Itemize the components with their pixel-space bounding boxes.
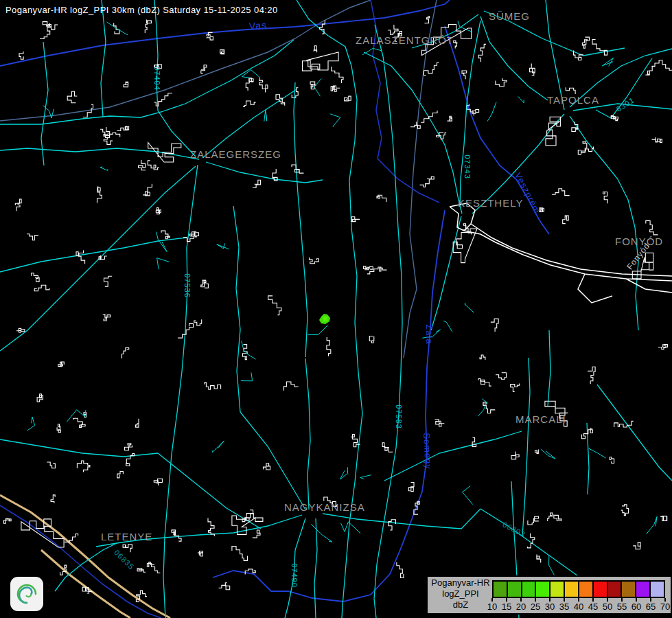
scale-tick-value: 60 xyxy=(632,602,641,612)
settlement-outline xyxy=(16,328,25,332)
settlement-outline xyxy=(284,382,299,391)
settlement-outline xyxy=(478,44,486,61)
settlement-outline xyxy=(324,497,336,506)
road-spur-line xyxy=(100,167,108,170)
settlement-outline xyxy=(652,60,672,71)
road-spur-line xyxy=(212,441,224,452)
settlement-outline xyxy=(154,65,161,69)
road-spur-line xyxy=(314,79,321,97)
settlement-outline xyxy=(117,472,124,478)
settlement-outline xyxy=(528,516,539,525)
settlement-outline xyxy=(122,348,129,359)
settlement-outline xyxy=(243,101,256,107)
settlement-outline xyxy=(139,160,146,170)
road-spur-line xyxy=(465,304,474,313)
county-border-line xyxy=(445,26,549,234)
dbz-scale-cell xyxy=(579,582,594,597)
road-spur-line xyxy=(340,467,348,479)
settlement-outline xyxy=(123,545,132,553)
settlement-outline xyxy=(99,255,107,260)
settlement-outline xyxy=(421,111,437,122)
settlement-outline xyxy=(76,251,85,264)
road-line xyxy=(548,330,551,406)
settlement-outline xyxy=(4,518,12,523)
settlement-outline xyxy=(314,46,316,52)
scale-tick-value: 65 xyxy=(646,602,656,612)
road-spur-line xyxy=(458,21,471,32)
settlement-outline xyxy=(104,133,120,137)
road-line xyxy=(240,412,305,510)
settlement-outline xyxy=(253,530,260,538)
settlement-outline xyxy=(462,71,467,79)
road-line xyxy=(596,58,652,118)
settlement-outline xyxy=(408,482,414,491)
settlement-outline xyxy=(201,280,209,288)
road-spur-line xyxy=(27,417,35,431)
road-line xyxy=(294,82,308,357)
road-line xyxy=(305,358,310,510)
settlement-outline xyxy=(472,110,479,114)
settlement-outline xyxy=(310,258,319,264)
settlement-outline xyxy=(566,87,575,94)
road-spur-line xyxy=(541,449,555,459)
settlement-outline xyxy=(491,319,498,332)
settlement-outline xyxy=(633,542,640,549)
road-spur-line xyxy=(422,330,440,338)
road-line xyxy=(285,518,305,618)
road-line xyxy=(314,518,317,618)
road-spur-line xyxy=(463,486,473,505)
settlement-outline xyxy=(331,86,340,91)
road-line xyxy=(472,114,564,214)
dbz-scale-cell xyxy=(565,582,579,597)
settlement-outline xyxy=(563,216,569,224)
road-spur-line xyxy=(647,516,657,534)
provider-logo xyxy=(10,577,43,611)
settlement-outline xyxy=(435,420,445,426)
road-spur-line xyxy=(157,258,170,270)
road-line xyxy=(412,14,478,48)
settlement-outline xyxy=(377,195,386,202)
settlement-outline xyxy=(545,401,568,426)
settlement-outline xyxy=(97,186,102,203)
legend-radar-name: Poganyvar-HR xyxy=(428,577,494,588)
scale-tick-value: 25 xyxy=(531,602,540,612)
settlement-outline xyxy=(397,562,404,578)
settlement-outline xyxy=(292,165,303,173)
settlement-outline xyxy=(32,273,40,282)
settlement-outline xyxy=(219,583,230,590)
scale-tick-value: 45 xyxy=(588,602,598,612)
settlement-outline xyxy=(548,513,553,521)
road-line xyxy=(546,0,564,110)
county-border-line xyxy=(213,210,445,602)
settlement-outline xyxy=(34,285,49,290)
settlement-outline xyxy=(194,319,202,325)
road-spur-line xyxy=(67,410,86,422)
settlement-outline xyxy=(220,50,225,54)
settlement-outline xyxy=(147,562,160,573)
road-spur-line xyxy=(156,231,167,251)
road-spur-line xyxy=(443,321,452,332)
scale-tick-value: 70 xyxy=(660,602,670,612)
settlement-outline xyxy=(77,461,90,472)
dbz-scale-cell xyxy=(622,582,636,597)
scale-tick-value: 55 xyxy=(617,602,627,612)
road-spur-line xyxy=(341,522,361,534)
road-line xyxy=(233,206,240,412)
settlement-outline xyxy=(264,464,270,470)
road-spur-line xyxy=(308,325,327,335)
scale-tick-value: 40 xyxy=(574,602,583,612)
settlement-outline xyxy=(51,495,55,503)
scale-tick-value: 35 xyxy=(559,602,569,612)
settlement-outline xyxy=(205,382,221,389)
radar-viewport: ZALASZENTGRÓTSÜMEGTAPOLCAZALAEGERSZEGKES… xyxy=(0,0,672,618)
settlement-outline xyxy=(73,418,85,427)
settlement-outline xyxy=(351,217,360,222)
settlement-outline xyxy=(303,52,339,71)
road-line xyxy=(41,42,48,165)
settlement-outline xyxy=(58,362,65,367)
dbz-scale-cell xyxy=(651,582,664,597)
settlement-outline xyxy=(345,96,351,101)
road-spur-line xyxy=(360,475,371,479)
lake-shore-line xyxy=(578,274,612,303)
road-spur-line xyxy=(362,48,382,55)
